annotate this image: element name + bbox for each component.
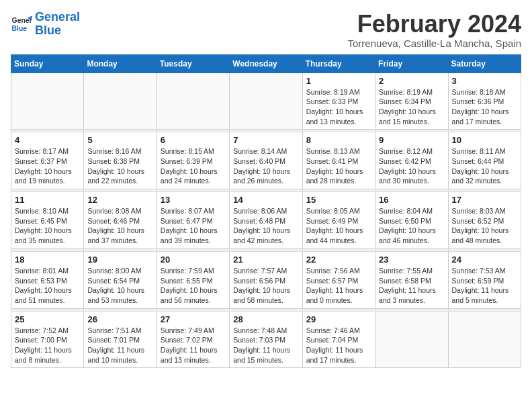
calendar-cell xyxy=(448,311,521,368)
calendar-cell: 25Sunrise: 7:52 AM Sunset: 7:00 PM Dayli… xyxy=(11,311,84,368)
day-info: Sunrise: 7:48 AM Sunset: 7:03 PM Dayligh… xyxy=(233,326,298,365)
calendar-cell: 5Sunrise: 8:16 AM Sunset: 6:38 PM Daylig… xyxy=(84,132,157,189)
calendar-cell: 18Sunrise: 8:01 AM Sunset: 6:53 PM Dayli… xyxy=(11,251,84,308)
calendar-cell: 7Sunrise: 8:14 AM Sunset: 6:40 PM Daylig… xyxy=(230,132,302,189)
day-number: 16 xyxy=(379,195,444,205)
calendar-cell: 19Sunrise: 8:00 AM Sunset: 6:54 PM Dayli… xyxy=(84,251,157,308)
day-number: 28 xyxy=(233,314,298,324)
day-info: Sunrise: 8:12 AM Sunset: 6:42 PM Dayligh… xyxy=(379,146,444,186)
day-number: 5 xyxy=(87,135,152,145)
day-info: Sunrise: 8:01 AM Sunset: 6:53 PM Dayligh… xyxy=(15,266,80,306)
day-info: Sunrise: 8:00 AM Sunset: 6:54 PM Dayligh… xyxy=(87,266,152,306)
calendar-cell: 24Sunrise: 7:53 AM Sunset: 6:59 PM Dayli… xyxy=(448,251,521,308)
day-number: 22 xyxy=(306,255,371,265)
calendar-title: February 2024 xyxy=(348,11,521,38)
calendar-cell: 17Sunrise: 8:03 AM Sunset: 6:52 PM Dayli… xyxy=(448,192,521,249)
day-number: 8 xyxy=(306,135,371,145)
day-number: 11 xyxy=(15,195,80,205)
header-row: SundayMondayTuesdayWednesdayThursdayFrid… xyxy=(11,54,521,73)
day-info: Sunrise: 8:06 AM Sunset: 6:48 PM Dayligh… xyxy=(233,206,298,246)
day-info: Sunrise: 7:53 AM Sunset: 6:59 PM Dayligh… xyxy=(452,266,517,306)
calendar-cell: 14Sunrise: 8:06 AM Sunset: 6:48 PM Dayli… xyxy=(230,192,302,249)
calendar-cell: 15Sunrise: 8:05 AM Sunset: 6:49 PM Dayli… xyxy=(302,192,375,249)
calendar-cell: 8Sunrise: 8:13 AM Sunset: 6:41 PM Daylig… xyxy=(302,132,375,189)
calendar-cell: 22Sunrise: 7:56 AM Sunset: 6:57 PM Dayli… xyxy=(302,251,375,308)
day-info: Sunrise: 8:03 AM Sunset: 6:52 PM Dayligh… xyxy=(452,206,517,246)
calendar-week-0: 1Sunrise: 8:19 AM Sunset: 6:33 PM Daylig… xyxy=(11,73,521,130)
day-number: 25 xyxy=(15,314,80,324)
calendar-cell: 12Sunrise: 8:08 AM Sunset: 6:46 PM Dayli… xyxy=(84,192,157,249)
logo: General Blue General Blue xyxy=(11,11,80,38)
day-number: 29 xyxy=(306,314,371,324)
calendar-cell: 6Sunrise: 8:15 AM Sunset: 6:39 PM Daylig… xyxy=(157,132,229,189)
day-number: 9 xyxy=(379,135,444,145)
day-info: Sunrise: 8:04 AM Sunset: 6:50 PM Dayligh… xyxy=(379,206,444,246)
day-info: Sunrise: 8:13 AM Sunset: 6:41 PM Dayligh… xyxy=(306,146,371,186)
calendar-cell xyxy=(84,73,157,130)
calendar-cell xyxy=(11,73,84,130)
day-number: 18 xyxy=(15,255,80,265)
weekday-header-tuesday: Tuesday xyxy=(157,54,229,73)
day-number: 15 xyxy=(306,195,371,205)
day-number: 6 xyxy=(161,135,226,145)
calendar-cell: 23Sunrise: 7:55 AM Sunset: 6:58 PM Dayli… xyxy=(375,251,448,308)
day-info: Sunrise: 8:19 AM Sunset: 6:33 PM Dayligh… xyxy=(306,87,371,127)
weekday-header-thursday: Thursday xyxy=(302,54,375,73)
weekday-header-saturday: Saturday xyxy=(448,54,521,73)
calendar-cell: 16Sunrise: 8:04 AM Sunset: 6:50 PM Dayli… xyxy=(375,192,448,249)
day-number: 27 xyxy=(161,314,226,324)
weekday-header-friday: Friday xyxy=(375,54,448,73)
weekday-header-wednesday: Wednesday xyxy=(230,54,302,73)
day-number: 3 xyxy=(452,76,517,86)
day-number: 13 xyxy=(161,195,226,205)
calendar-cell: 20Sunrise: 7:59 AM Sunset: 6:55 PM Dayli… xyxy=(157,251,229,308)
day-info: Sunrise: 8:07 AM Sunset: 6:47 PM Dayligh… xyxy=(161,206,226,246)
calendar-cell: 13Sunrise: 8:07 AM Sunset: 6:47 PM Dayli… xyxy=(157,192,229,249)
calendar-table: SundayMondayTuesdayWednesdayThursdayFrid… xyxy=(11,54,521,369)
calendar-cell: 4Sunrise: 8:17 AM Sunset: 6:37 PM Daylig… xyxy=(11,132,84,189)
calendar-cell: 28Sunrise: 7:48 AM Sunset: 7:03 PM Dayli… xyxy=(230,311,302,368)
day-number: 24 xyxy=(452,255,517,265)
calendar-cell: 10Sunrise: 8:11 AM Sunset: 6:44 PM Dayli… xyxy=(448,132,521,189)
day-number: 21 xyxy=(233,255,298,265)
calendar-cell: 27Sunrise: 7:49 AM Sunset: 7:02 PM Dayli… xyxy=(157,311,229,368)
calendar-week-2: 11Sunrise: 8:10 AM Sunset: 6:45 PM Dayli… xyxy=(11,192,521,249)
calendar-subtitle: Torrenueva, Castille-La Mancha, Spain xyxy=(348,38,521,49)
day-info: Sunrise: 8:11 AM Sunset: 6:44 PM Dayligh… xyxy=(452,146,517,186)
weekday-header-monday: Monday xyxy=(84,54,157,73)
calendar-cell xyxy=(157,73,229,130)
day-info: Sunrise: 8:16 AM Sunset: 6:38 PM Dayligh… xyxy=(87,146,152,186)
logo-icon: General Blue xyxy=(11,13,32,35)
calendar-cell: 29Sunrise: 7:46 AM Sunset: 7:04 PM Dayli… xyxy=(302,311,375,368)
day-number: 7 xyxy=(233,135,298,145)
day-number: 26 xyxy=(87,314,152,324)
day-number: 17 xyxy=(452,195,517,205)
calendar-week-4: 25Sunrise: 7:52 AM Sunset: 7:00 PM Dayli… xyxy=(11,311,521,368)
day-info: Sunrise: 7:59 AM Sunset: 6:55 PM Dayligh… xyxy=(161,266,226,306)
calendar-cell: 26Sunrise: 7:51 AM Sunset: 7:01 PM Dayli… xyxy=(84,311,157,368)
day-info: Sunrise: 8:10 AM Sunset: 6:45 PM Dayligh… xyxy=(15,206,80,246)
day-info: Sunrise: 7:46 AM Sunset: 7:04 PM Dayligh… xyxy=(306,326,371,365)
logo-blue: Blue xyxy=(35,24,61,37)
day-number: 20 xyxy=(161,255,226,265)
day-info: Sunrise: 8:18 AM Sunset: 6:36 PM Dayligh… xyxy=(452,87,517,127)
calendar-cell: 2Sunrise: 8:19 AM Sunset: 6:34 PM Daylig… xyxy=(375,73,448,130)
day-info: Sunrise: 7:51 AM Sunset: 7:01 PM Dayligh… xyxy=(87,326,152,365)
logo-general: General xyxy=(35,10,80,24)
calendar-cell xyxy=(230,73,302,130)
day-number: 4 xyxy=(15,135,80,145)
calendar-cell: 9Sunrise: 8:12 AM Sunset: 6:42 PM Daylig… xyxy=(375,132,448,189)
calendar-cell: 11Sunrise: 8:10 AM Sunset: 6:45 PM Dayli… xyxy=(11,192,84,249)
day-number: 2 xyxy=(379,76,444,86)
svg-text:Blue: Blue xyxy=(12,24,28,32)
calendar-cell: 3Sunrise: 8:18 AM Sunset: 6:36 PM Daylig… xyxy=(448,73,521,130)
day-number: 10 xyxy=(452,135,517,145)
day-number: 23 xyxy=(379,255,444,265)
day-info: Sunrise: 7:57 AM Sunset: 6:56 PM Dayligh… xyxy=(233,266,298,306)
day-number: 1 xyxy=(306,76,371,86)
header: General Blue General Blue February 2024 … xyxy=(11,11,521,49)
day-info: Sunrise: 7:56 AM Sunset: 6:57 PM Dayligh… xyxy=(306,266,371,306)
calendar-cell: 21Sunrise: 7:57 AM Sunset: 6:56 PM Dayli… xyxy=(230,251,302,308)
day-info: Sunrise: 7:52 AM Sunset: 7:00 PM Dayligh… xyxy=(15,326,80,365)
calendar-week-3: 18Sunrise: 8:01 AM Sunset: 6:53 PM Dayli… xyxy=(11,251,521,308)
